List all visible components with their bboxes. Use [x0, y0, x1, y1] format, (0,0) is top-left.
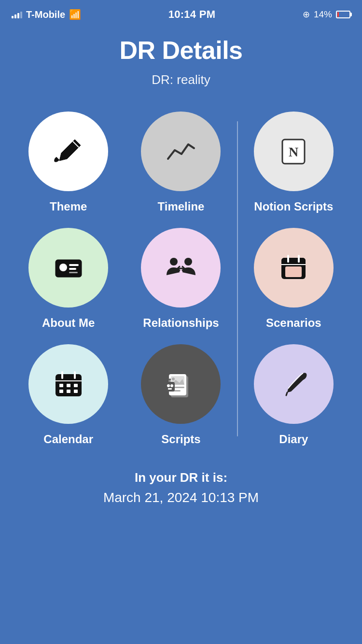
relationships-label: Relationships — [143, 316, 219, 330]
battery-icon — [336, 11, 350, 18]
svg-rect-11 — [281, 261, 306, 265]
notion-icon-circle: N — [254, 112, 334, 191]
grid-item-theme[interactable]: Theme — [17, 112, 120, 213]
signal-bars-icon — [12, 11, 22, 18]
battery-percent: 14% — [314, 9, 332, 20]
grid-item-calendar[interactable]: Calendar — [17, 344, 120, 446]
svg-rect-33 — [166, 382, 175, 392]
notion-icon: N — [277, 135, 310, 168]
carrier-label: T-Mobile — [26, 9, 65, 20]
svg-point-3 — [59, 264, 67, 271]
main-content: DR Details DR: reality Theme Timeline — [0, 26, 362, 525]
svg-point-7 — [170, 258, 178, 266]
status-time: 10:14 PM — [168, 8, 216, 21]
svg-rect-2 — [56, 260, 82, 277]
scenarios-label: Scenarios — [266, 316, 321, 330]
brush-icon — [52, 135, 85, 168]
status-right: ⊕ 14% — [303, 9, 350, 20]
notion-scripts-label: Notion Scripts — [254, 200, 333, 213]
svg-point-34 — [167, 384, 170, 387]
svg-rect-4 — [69, 264, 79, 266]
calendar-label: Calendar — [43, 433, 93, 446]
grid-item-about-me[interactable]: About Me — [17, 228, 120, 330]
footer-label: In your DR it is: — [103, 470, 259, 485]
calendar-event-icon — [277, 251, 310, 285]
scripts-icon-circle — [141, 344, 221, 424]
svg-rect-24 — [67, 390, 70, 393]
about-me-label: About Me — [42, 316, 95, 330]
footer-section: In your DR it is: March 21, 2024 10:13 P… — [103, 470, 259, 505]
theme-icon-circle — [28, 112, 108, 191]
svg-rect-22 — [74, 384, 78, 387]
scenarios-icon-circle — [254, 228, 334, 308]
svg-point-38 — [169, 378, 171, 380]
svg-point-8 — [184, 258, 192, 266]
grid-item-scripts[interactable]: Scripts — [129, 344, 232, 446]
svg-text:N: N — [289, 144, 298, 159]
timeline-label: Timeline — [158, 200, 205, 213]
footer-datetime: March 21, 2024 10:13 PM — [103, 490, 259, 505]
svg-point-35 — [170, 384, 173, 387]
id-card-icon — [52, 251, 85, 285]
grid-item-scenarios[interactable]: Scenarios — [242, 228, 345, 330]
diary-label: Diary — [279, 433, 308, 446]
svg-rect-20 — [59, 384, 63, 387]
status-left: T-Mobile 📶 — [12, 9, 81, 20]
grid-item-notion-scripts[interactable]: N Notion Scripts — [242, 112, 345, 213]
status-bar: T-Mobile 📶 10:14 PM ⊕ 14% — [0, 0, 362, 26]
timeline-icon-circle — [141, 112, 221, 191]
people-icon — [164, 251, 198, 285]
diary-icon-circle — [254, 344, 334, 424]
svg-rect-15 — [285, 266, 302, 277]
svg-rect-5 — [69, 268, 76, 270]
svg-point-29 — [172, 378, 175, 380]
scripts-label: Scripts — [161, 433, 200, 446]
location-icon: ⊕ — [303, 9, 310, 20]
theme-label: Theme — [50, 200, 87, 213]
scripts-icon — [164, 367, 198, 401]
page-title: DR Details — [119, 36, 242, 65]
relationships-icon-circle — [141, 228, 221, 308]
svg-rect-25 — [74, 390, 78, 393]
svg-rect-36 — [168, 388, 172, 390]
icon-grid: Theme Timeline N Notion Scripts — [17, 112, 345, 446]
grid-item-relationships[interactable]: Relationships — [129, 228, 232, 330]
trend-icon — [164, 135, 198, 168]
about-me-icon-circle — [28, 228, 108, 308]
calendar-icon-circle — [28, 344, 108, 424]
feather-icon — [277, 367, 310, 401]
grid-item-timeline[interactable]: Timeline — [129, 112, 232, 213]
page-subtitle: DR: reality — [152, 72, 210, 87]
calendar-grid-icon — [52, 367, 85, 401]
grid-item-diary[interactable]: Diary — [242, 344, 345, 446]
wifi-icon: 📶 — [69, 9, 81, 20]
svg-rect-21 — [67, 384, 70, 387]
svg-rect-6 — [69, 272, 78, 273]
svg-rect-23 — [59, 390, 63, 393]
